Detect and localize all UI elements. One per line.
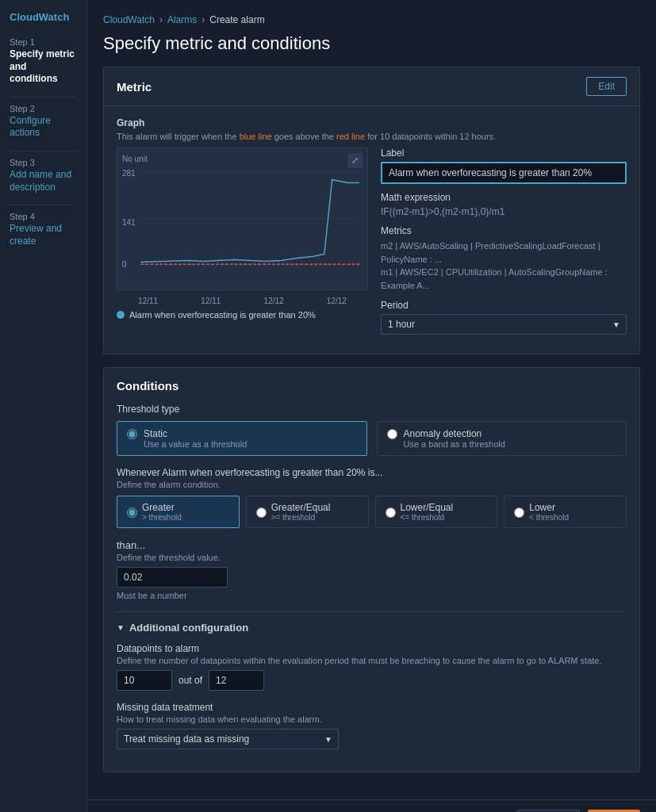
- legend-dot: [117, 311, 125, 319]
- operator-greaterequal-box[interactable]: Greater/Equal >= threshold: [246, 496, 369, 528]
- operator-greaterequal-title: Greater/Equal: [271, 502, 331, 513]
- breadcrumb-alarms[interactable]: Alarms: [167, 14, 197, 25]
- sidebar-divider-2: [10, 151, 77, 151]
- chart-container: ⤢ No unit 281 141 0: [117, 147, 368, 290]
- sidebar-step-4: Step 4 Preview and create: [10, 212, 77, 247]
- additional-config: ▼ Additional configuration Datapoints to…: [117, 622, 627, 749]
- operator-row: Greater > threshold Greater/Equal >= thr…: [117, 496, 627, 528]
- threshold-value-input[interactable]: [117, 567, 228, 588]
- period-section: Period 1 hour 5 minutes 1 minute: [381, 300, 627, 335]
- datapoints-out-of: out of: [178, 675, 202, 686]
- datapoints-row: out of: [117, 670, 627, 691]
- legend-label: Alarm when overforecasting is greater th…: [129, 310, 316, 320]
- additional-config-title: Additional configuration: [129, 622, 248, 634]
- triangle-icon: ▼: [117, 623, 125, 632]
- chart-svg: [117, 148, 367, 289]
- breadcrumb: CloudWatch › Alarms › Create alarm: [103, 14, 640, 25]
- whenever-text: Whenever Alarm when overforecasting is g…: [117, 467, 627, 478]
- threshold-static-radio[interactable]: [127, 429, 137, 439]
- sidebar-step-3-label: Step 3: [10, 158, 77, 167]
- operator-lower-radio[interactable]: [514, 508, 524, 518]
- operator-greaterequal-text: Greater/Equal >= threshold: [271, 502, 331, 522]
- graph-right: Label Math expression IF((m2-m1)>0,(m2-m…: [381, 147, 627, 343]
- sidebar-step-2-title: Configure actions: [10, 115, 77, 140]
- datapoints-value1-input[interactable]: [117, 670, 172, 691]
- label-input[interactable]: [381, 162, 627, 184]
- than-section: than... Define the threshold value. Must…: [117, 539, 627, 600]
- operator-greater-text: Greater > threshold: [142, 502, 182, 522]
- label-section: Label: [381, 147, 627, 184]
- main-content: CloudWatch › Alarms › Create alarm Speci…: [87, 0, 656, 799]
- sidebar-divider-1: [10, 97, 77, 98]
- label-section-label: Label: [381, 147, 627, 159]
- threshold-static-text: Static Use a value as a threshold: [144, 428, 247, 449]
- page-title: Specify metric and conditions: [103, 33, 640, 54]
- threshold-anomaly-box[interactable]: Anomaly detection Use a band as a thresh…: [377, 421, 627, 456]
- threshold-type-label: Threshold type: [117, 404, 627, 415]
- datapoints-title: Datapoints to alarm: [117, 643, 627, 654]
- operator-lowerequal-text: Lower/Equal <= threshold: [401, 502, 454, 522]
- threshold-static-box[interactable]: Static Use a value as a threshold: [117, 421, 367, 456]
- missing-select-wrapper: Treat missing data as missing Treat miss…: [117, 729, 339, 749]
- graph-subtitle-red: red line: [336, 132, 365, 141]
- math-expression-value: IF((m2-m1)>0,(m2-m1),0)/m1: [381, 206, 627, 217]
- operator-greaterequal-subtitle: >= threshold: [271, 513, 331, 522]
- operator-lower-subtitle: < threshold: [529, 513, 569, 522]
- operator-greater-title: Greater: [142, 502, 182, 513]
- sidebar-step-1-label: Step 1: [10, 37, 77, 47]
- edit-button[interactable]: Edit: [586, 77, 627, 96]
- datapoints-value2-input[interactable]: [209, 670, 264, 691]
- operator-lowerequal-box[interactable]: Lower/Equal <= threshold: [375, 496, 498, 528]
- inner-divider: [117, 611, 627, 612]
- chart-x-label-0: 12/11: [138, 297, 158, 305]
- sidebar-step-4-label: Step 4: [10, 212, 77, 221]
- breadcrumb-current: Create alarm: [209, 14, 264, 25]
- chart-x-labels: 12/11 12/11 12/12 12/12: [117, 295, 368, 307]
- missing-data-select[interactable]: Treat missing data as missing Treat miss…: [117, 729, 339, 749]
- graph-subtitle-text3: for 10 datapoints within 12 hours.: [365, 132, 496, 141]
- conditions-card: Conditions Threshold type Static Use a v…: [103, 367, 640, 772]
- threshold-anomaly-subtitle: Use a band as a threshold: [404, 439, 505, 449]
- period-label: Period: [381, 300, 627, 311]
- additional-config-toggle[interactable]: ▼ Additional configuration: [117, 622, 627, 634]
- breadcrumb-cloudwatch[interactable]: CloudWatch: [103, 14, 155, 25]
- sidebar: CloudWatch Step 1 Specify metric and con…: [0, 0, 87, 812]
- chart-x-label-1: 12/11: [201, 297, 221, 305]
- operator-lower-title: Lower: [529, 502, 569, 513]
- graph-left: ⤢ No unit 281 141 0: [117, 147, 368, 343]
- missing-data-title: Missing data treatment: [117, 702, 627, 713]
- metric-card-header: Metric Edit: [104, 67, 639, 106]
- sidebar-divider-3: [10, 205, 77, 205]
- chart-x-label-3: 12/12: [327, 297, 347, 305]
- graph-title: Graph: [117, 117, 627, 128]
- metrics-m1: m1 | AWS/EC2 | CPUUtilization | AutoScal…: [381, 266, 627, 292]
- metrics-label: Metrics: [381, 225, 627, 236]
- breadcrumb-sep2: ›: [201, 14, 205, 25]
- sidebar-step-2: Step 2 Configure actions: [10, 104, 77, 140]
- sidebar-step-2-label: Step 2: [10, 104, 77, 113]
- threshold-anomaly-text: Anomaly detection Use a band as a thresh…: [404, 428, 505, 449]
- graph-subtitle-text: This alarm will trigger when the: [117, 132, 240, 141]
- operator-greaterequal-radio[interactable]: [256, 508, 267, 518]
- operator-lowerequal-subtitle: <= threshold: [401, 513, 454, 522]
- operator-greater-box[interactable]: Greater > threshold: [117, 496, 240, 528]
- operator-greater-radio[interactable]: [127, 508, 137, 518]
- graph-subtitle: This alarm will trigger when the blue li…: [117, 132, 627, 141]
- graph-subtitle-text2: goes above the: [272, 132, 336, 141]
- chart-x-label-2: 12/12: [264, 297, 284, 305]
- missing-data-subtitle: How to treat missing data when evaluatin…: [117, 714, 627, 724]
- sidebar-step-1-title: Specify metric and conditions: [10, 48, 77, 86]
- footer-bar: Cancel Next: [87, 799, 656, 812]
- operator-lower-box[interactable]: Lower < threshold: [504, 496, 627, 528]
- sidebar-brand: CloudWatch: [10, 11, 77, 23]
- sidebar-step-3-title: Add name and description: [10, 169, 77, 193]
- datapoints-subtitle: Define the number of datapoints within t…: [117, 656, 627, 665]
- operator-lowerequal-radio[interactable]: [386, 508, 396, 518]
- period-select[interactable]: 1 hour 5 minutes 1 minute: [381, 314, 627, 335]
- metrics-m2: m2 | AWS/AutoScaling | PredictiveScaling…: [381, 239, 627, 266]
- breadcrumb-sep1: ›: [159, 14, 163, 25]
- threshold-type-options: Static Use a value as a threshold Anomal…: [117, 421, 627, 456]
- threshold-anomaly-radio[interactable]: [387, 429, 397, 439]
- chart-legend: Alarm when overforecasting is greater th…: [117, 310, 368, 320]
- metric-card: Metric Edit Graph This alarm will trigge…: [103, 67, 640, 354]
